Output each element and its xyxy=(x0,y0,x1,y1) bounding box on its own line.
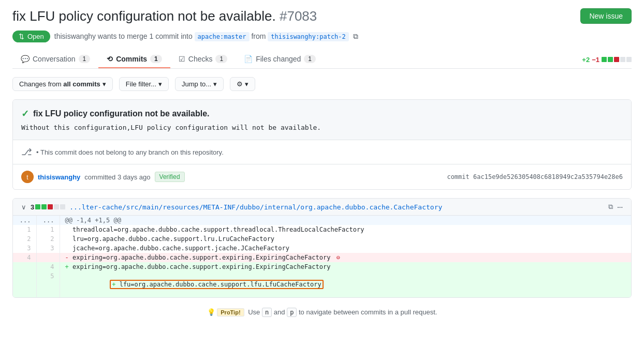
author-action: committed 3 days ago xyxy=(84,173,150,181)
files-icon: 📄 xyxy=(244,55,253,63)
mini-bar-red xyxy=(48,204,53,209)
commit-author-row: t thisiswanghy committed 3 days ago Veri… xyxy=(13,164,631,189)
bar-5 xyxy=(626,57,632,62)
author-link[interactable]: thisiswanghy xyxy=(38,173,80,181)
branch-warning-text: • This commit does not belong to any bra… xyxy=(36,148,224,156)
table-row: 4 - expiring=org.apache.dubbo.cache.supp… xyxy=(13,253,631,262)
pr-meta: ⇅ Open thisiswanghy wants to merge 1 com… xyxy=(12,31,632,42)
commit-message-box: ✓ fix LFU policy configuration not be av… xyxy=(13,100,631,140)
commit-title: ✓ fix LFU policy configuration not be av… xyxy=(21,108,623,119)
bar-2 xyxy=(608,57,613,62)
deletions-count: −1 xyxy=(592,56,599,64)
gear-icon: ⚙ xyxy=(237,80,243,88)
base-branch[interactable]: apache:master xyxy=(195,32,250,41)
table-row: 3 3 jcache=org.apache.dubbo.cache.suppor… xyxy=(13,244,631,253)
mini-bar-green2 xyxy=(41,204,47,209)
diff-filename[interactable]: ...lter-cache/src/main/resources/META-IN… xyxy=(69,203,604,211)
pr-title-text: fix LFU policy configuration not be avai… xyxy=(12,8,276,24)
diff-hunk-row: ... ... @@ -1,4 +1,5 @@ xyxy=(13,216,631,225)
bar-4 xyxy=(620,57,625,62)
tab-bar: 💬 Conversation 1 ⟲ Commits 1 ☑ Checks 1 … xyxy=(12,51,632,69)
key-p: p xyxy=(287,308,297,317)
key-n: n xyxy=(262,308,272,317)
chevron-down-icon: ▾ xyxy=(213,80,217,88)
copy-icon[interactable]: ⧉ xyxy=(608,203,613,211)
verified-badge: Verified xyxy=(155,172,185,182)
file-filter-button[interactable]: File filter... ▾ xyxy=(119,77,169,91)
table-row: 2 2 lru=org.apache.dubbo.cache.support.l… xyxy=(13,234,631,244)
tab-checks[interactable]: ☑ Checks 1 xyxy=(170,51,236,68)
copy-branch-icon[interactable]: ⧉ xyxy=(353,32,358,40)
pro-tip-label: ProTip! xyxy=(217,308,244,316)
settings-button[interactable]: ⚙ ▾ xyxy=(230,77,255,91)
filter-bar: Changes from all commits ▾ File filter..… xyxy=(12,77,632,91)
head-branch[interactable]: thisiswanghy:patch-2 xyxy=(268,32,349,41)
lightbulb-icon: 💡 xyxy=(207,308,215,316)
pr-status-text: Open xyxy=(27,33,44,40)
check-icon: ✓ xyxy=(21,108,29,119)
branch-icon: ⎇ xyxy=(21,146,32,158)
changes-from-button[interactable]: Changes from all commits ▾ xyxy=(12,77,113,91)
additions-count: +2 xyxy=(582,56,590,64)
branch-warning: ⎇ • This commit does not belong to any b… xyxy=(13,140,631,164)
merge-icon: ⇅ xyxy=(19,33,24,40)
commits-icon: ⟲ xyxy=(107,55,113,63)
tab-files-changed[interactable]: 📄 Files changed 1 xyxy=(236,51,324,68)
checks-icon: ☑ xyxy=(179,55,185,63)
diff-header: ∨ 3 ...lter-cache/src/main/resources/MET… xyxy=(13,199,631,216)
mini-bar-green1 xyxy=(35,204,40,209)
diff-actions: ⧉ ··· xyxy=(608,203,623,211)
commit-body: Without this configuration,LFU policy co… xyxy=(21,124,623,131)
tab-commits[interactable]: ⟲ Commits 1 xyxy=(98,51,170,68)
open-badge: ⇅ Open xyxy=(12,31,50,42)
commit-hash: commit 6ac15e9de526305408c6818949c2a5357… xyxy=(447,173,623,180)
pro-tip-text: Use xyxy=(248,308,260,316)
stat-bars xyxy=(602,57,632,62)
mini-bar-gray2 xyxy=(60,204,65,209)
commit-section: ✓ fix LFU policy configuration not be av… xyxy=(12,99,632,190)
bar-3 xyxy=(614,57,619,62)
author-info: t thisiswanghy committed 3 days ago Veri… xyxy=(21,171,185,183)
chevron-down-icon: ▾ xyxy=(103,80,106,88)
avatar: t xyxy=(21,171,34,183)
pr-meta-description: thisiswanghy wants to merge 1 commit int… xyxy=(54,32,358,41)
diff-stat: +2 −1 xyxy=(582,56,632,64)
bar-1 xyxy=(602,57,607,62)
chevron-down-icon: ▾ xyxy=(158,80,162,88)
conversation-icon: 💬 xyxy=(21,55,30,63)
diff-toggle[interactable]: ∨ xyxy=(21,203,26,211)
more-options-icon[interactable]: ··· xyxy=(617,203,623,211)
jump-to-button[interactable]: Jump to... ▾ xyxy=(175,77,224,91)
tab-conversation[interactable]: 💬 Conversation 1 xyxy=(12,51,98,68)
table-row: 4 + expiring=org.apache.dubbo.cache.supp… xyxy=(13,262,631,271)
chevron-down-icon: ▾ xyxy=(245,80,248,88)
mini-bar-gray1 xyxy=(54,204,59,209)
new-issue-button[interactable]: New issue xyxy=(580,8,632,24)
diff-stat-mini: 3 xyxy=(31,203,65,211)
pro-tip: 💡 ProTip! Use n and p to navigate betwee… xyxy=(12,308,632,326)
diff-section: ∨ 3 ...lter-cache/src/main/resources/MET… xyxy=(12,198,632,298)
table-row: 1 1 threadlocal=org.apache.dubbo.cache.s… xyxy=(13,225,631,234)
diff-table: ... ... @@ -1,4 +1,5 @@ 1 1 threadlocal=… xyxy=(13,216,631,297)
pr-number: #7083 xyxy=(280,8,317,24)
pr-title: fix LFU policy configuration not be avai… xyxy=(12,8,580,24)
table-row: 5 + lfu=org.apache.dubbo.cache.support.l… xyxy=(13,271,631,297)
